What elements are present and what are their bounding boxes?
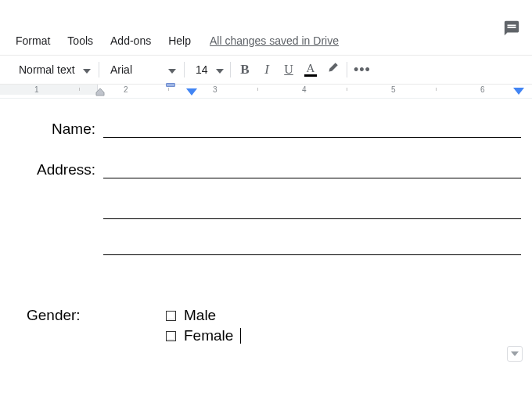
underline-icon: U [284,63,293,77]
left-indent-marker[interactable] [95,88,105,96]
hanging-indent-marker[interactable] [186,88,197,96]
address-line-3[interactable] [103,238,521,255]
address-line-2[interactable] [103,202,521,219]
name-label: Name: [11,121,99,138]
ruler-number: 4 [302,85,307,94]
highlight-button[interactable] [322,59,343,81]
dropdown-arrow-icon [168,63,176,76]
font-family-dropdown[interactable]: Arial [102,63,181,76]
checkbox-icon [166,311,176,321]
comment-history-button[interactable] [502,19,521,38]
menu-format[interactable]: Format [8,31,58,50]
paragraph-style-label: Normal text [19,63,75,76]
text-color-icon: A [304,63,317,77]
highlight-icon [325,61,340,78]
ruler[interactable]: 1 2 3 4 5 6 [0,85,532,99]
ruler-number: 5 [391,85,396,94]
name-line[interactable] [103,121,521,138]
menu-bar: Format Tools Add-ons Help All changes sa… [0,22,532,55]
option-text: Female [184,327,233,344]
form-row-gender: Gender: Male Female [11,307,521,344]
bold-icon: B [240,62,249,77]
form-row-name: Name: [11,121,521,138]
separator [99,62,99,77]
address-label: Address: [11,161,99,178]
font-family-label: Arial [110,63,132,76]
paragraph-style-dropdown[interactable]: Normal text [11,63,95,76]
option-text: Male [184,307,216,324]
more-icon: ••• [354,62,371,78]
first-line-indent-marker[interactable] [166,83,175,87]
separator [230,62,231,77]
gender-option-male[interactable]: Male [166,307,241,324]
italic-button[interactable]: I [256,59,278,81]
menu-help[interactable]: Help [160,31,199,50]
italic-icon: I [264,62,269,77]
ruler-number: 3 [213,85,217,94]
save-status[interactable]: All changes saved in Drive [200,34,339,47]
separator [184,62,185,77]
ruler-number: 6 [480,85,485,94]
dropdown-arrow-icon [83,63,91,76]
bold-button[interactable]: B [234,59,256,81]
menu-addons[interactable]: Add-ons [102,31,159,50]
ruler-number: 2 [124,85,128,94]
text-color-button[interactable]: A [300,59,322,81]
address-line-1[interactable] [103,161,521,178]
checkbox-icon [166,331,176,341]
gender-label: Gender: [11,307,166,344]
gender-option-female[interactable]: Female [166,327,241,344]
right-indent-marker[interactable] [513,88,524,97]
toolbar: Normal text Arial 14 B I U A ••• [0,56,532,84]
document-body[interactable]: Name: Address: Gender: Male Female [0,99,532,344]
more-button[interactable]: ••• [350,59,374,81]
form-row-address: Address: [11,161,521,178]
text-cursor [240,328,241,344]
ruler-number: 1 [34,85,39,94]
dropdown-arrow-icon [216,63,224,76]
font-size-label: 14 [196,63,208,76]
explore-button[interactable] [507,346,523,362]
underline-button[interactable]: U [278,59,300,81]
menu-tools[interactable]: Tools [59,31,101,50]
separator [347,62,347,77]
font-size-dropdown[interactable]: 14 [188,63,227,76]
